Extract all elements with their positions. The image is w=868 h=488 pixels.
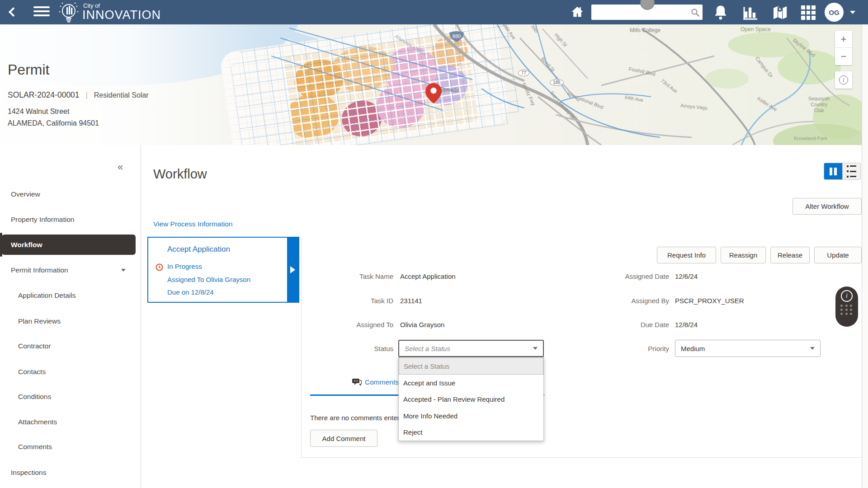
sidebar-item-inspections[interactable]: Inspections <box>11 468 46 478</box>
assigned-to-value: Olivia Grayson <box>400 321 444 328</box>
sidebar-item-contractor[interactable]: Contractor <box>18 341 51 351</box>
info-icon: i <box>841 290 853 302</box>
sidebar-item-application-details[interactable]: Application Details <box>18 291 76 300</box>
zoom-out-button[interactable]: − <box>835 48 852 65</box>
task-id-label: Task ID <box>301 297 393 305</box>
notifications-bell-icon[interactable] <box>713 5 728 20</box>
assigned-by-label: Assigned By <box>561 297 669 305</box>
status-option-select-a-status[interactable]: Select a Status <box>399 357 543 375</box>
status-label: Status <box>301 345 393 352</box>
reassign-button[interactable]: Reassign <box>721 247 766 263</box>
back-icon[interactable] <box>9 7 18 17</box>
content-area: « Overview Property Information Workflow… <box>0 145 868 488</box>
chevron-down-icon <box>810 347 815 350</box>
permit-address-city: ALAMEDA, California 94501 <box>8 119 99 127</box>
page-title: Permit <box>8 61 49 78</box>
route-77-shield: 77 <box>518 70 529 76</box>
status-option-reject[interactable]: Reject <box>399 424 543 441</box>
permit-address-street: 1424 Walnut Street <box>8 108 69 116</box>
task-id-value: 231141 <box>400 297 422 305</box>
alter-workflow-button[interactable]: Alter Workflow <box>793 198 862 215</box>
permit-type: Residential Solar <box>94 91 149 99</box>
analytics-chart-icon[interactable] <box>742 5 760 21</box>
sidebar-item-attachments[interactable]: Attachments <box>18 417 57 427</box>
request-info-button[interactable]: Request Info <box>657 247 716 263</box>
release-button[interactable]: Release <box>770 247 810 263</box>
permit-id-line: SOLAR-2024-00001 | Residential Solar <box>8 90 149 100</box>
view-process-information-link[interactable]: View Process Information <box>153 220 232 228</box>
home-icon[interactable] <box>571 5 584 19</box>
assigned-date-label: Assigned Date <box>561 272 669 280</box>
sidebar-item-contacts[interactable]: Contacts <box>18 367 46 377</box>
assigned-by-value: PSCR_PROXY_USER <box>675 297 744 305</box>
sidebar-item-label: Workflow <box>11 241 42 249</box>
sidebar-collapse-icon[interactable]: « <box>118 161 123 173</box>
sidebar-item-property-information[interactable]: Property Information <box>11 215 74 225</box>
list-view-icon <box>847 163 856 180</box>
city-logo-bulb-icon <box>57 2 80 23</box>
sidebar-item-workflow[interactable]: Workflow <box>2 235 136 255</box>
info-icon: i <box>839 75 848 84</box>
map-banner[interactable]: Mills College Open Space Skyline Blvd Ca… <box>0 24 868 145</box>
user-avatar[interactable]: OG <box>825 3 844 22</box>
priority-dropdown[interactable]: Medium <box>675 340 821 357</box>
map-zoom-controls: + − <box>835 31 852 65</box>
comments-tab-label: Comments <box>365 378 399 386</box>
task-name-value: Accept Application <box>400 272 456 280</box>
sidebar-item-comments[interactable]: Comments <box>18 442 52 452</box>
status-option-more-info-needed[interactable]: More Info Needed <box>399 408 543 424</box>
brand-innovation: INNOVATION <box>82 8 161 22</box>
status-dropdown[interactable]: Select a Status <box>398 340 544 357</box>
sidebar-item-permit-information[interactable]: Permit Information <box>11 265 68 275</box>
map-label: Open Space <box>741 26 771 33</box>
in-progress-clock-icon <box>156 263 163 271</box>
due-date-label: Due Date <box>561 321 669 328</box>
view-toggle-group <box>824 163 861 180</box>
help-widget[interactable]: i <box>835 286 858 327</box>
search-icon[interactable] <box>691 8 700 17</box>
zoom-in-button[interactable]: + <box>835 31 852 48</box>
sidebar: « Overview Property Information Workflow… <box>0 145 141 488</box>
chevron-down-icon[interactable] <box>121 269 126 272</box>
map-label: Knowland Park <box>794 136 827 142</box>
card-view-icon <box>830 168 837 175</box>
panel-bottom-divider <box>301 457 862 458</box>
status-dropdown-menu: Select a Status Accept and Issue Accepte… <box>398 357 544 441</box>
status-option-accepted-plan-review-required[interactable]: Accepted - Plan Review Required <box>399 391 543 408</box>
task-card-expand-arrow[interactable] <box>287 238 298 302</box>
assigned-to-label: Assigned To <box>301 321 393 328</box>
task-name-label: Task Name <box>301 272 393 280</box>
task-card-due: Due on 12/8/24 <box>167 288 214 296</box>
update-button[interactable]: Update <box>814 247 862 263</box>
menu-icon[interactable] <box>33 6 50 18</box>
top-navigation-bar: City of INNOVATION OG <box>0 0 868 24</box>
card-view-toggle[interactable] <box>824 163 842 179</box>
priority-value: Medium <box>681 345 705 352</box>
map-icon[interactable] <box>771 5 788 21</box>
keypad-dots-icon <box>840 305 853 315</box>
divider: | <box>86 91 88 99</box>
interstate-880-shield: 880 <box>448 30 465 42</box>
assigned-date-value: 12/6/24 <box>675 272 698 280</box>
list-view-toggle[interactable] <box>842 163 860 179</box>
user-menu-caret-icon[interactable] <box>850 11 855 14</box>
app-grid-icon[interactable] <box>801 5 816 20</box>
tab-comments[interactable]: Comments <box>352 378 399 386</box>
location-pin-icon[interactable] <box>425 83 442 103</box>
status-option-accept-and-issue[interactable]: Accept and Issue <box>399 375 543 391</box>
arrow-right-icon <box>290 266 295 273</box>
status-placeholder: Select a Status <box>405 345 450 352</box>
add-comment-button[interactable]: Add Comment <box>310 430 377 447</box>
no-comments-text: There are no comments entered. <box>310 414 409 422</box>
map-info-button[interactable]: i <box>835 71 852 89</box>
section-title: Workflow <box>153 167 207 182</box>
chevron-down-icon <box>533 347 538 350</box>
sidebar-item-overview[interactable]: Overview <box>11 189 40 199</box>
comments-bubble-icon <box>352 378 362 386</box>
sidebar-item-conditions[interactable]: Conditions <box>18 392 51 402</box>
scrollbar-gutter[interactable] <box>862 24 868 488</box>
workflow-task-card[interactable]: Accept Application In Progress Assigned … <box>147 237 299 303</box>
permit-number: SOLAR-2024-00001 <box>8 90 80 100</box>
sidebar-item-plan-reviews[interactable]: Plan Reviews <box>18 316 61 326</box>
priority-label: Priority <box>561 345 669 352</box>
